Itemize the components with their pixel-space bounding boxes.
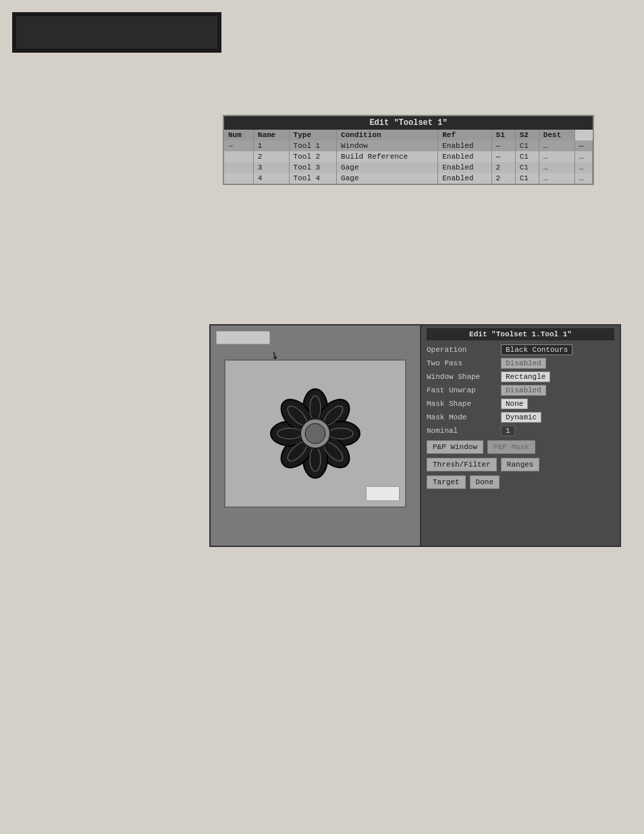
- image-box: [224, 359, 406, 508]
- nominal-value[interactable]: 1: [501, 425, 515, 436]
- buttons-row-3: Target Done: [427, 475, 614, 489]
- cell-arrow: [224, 151, 253, 162]
- tool-dialog-title: Edit "Toolset 1.Tool 1": [427, 328, 614, 340]
- thresh-filter-button[interactable]: Thresh/Filter: [427, 458, 497, 471]
- col-header-ref: Ref: [438, 130, 491, 140]
- toolset-table: Num Name Type Condition Ref S1 S2 Dest →…: [224, 130, 593, 184]
- cell-s1: C1: [515, 140, 539, 151]
- cell-dest: …: [574, 151, 592, 162]
- tool-controls-panel: Edit "Toolset 1.Tool 1" Operation Black …: [420, 325, 620, 546]
- buttons-row-2: Thresh/Filter Ranges: [427, 458, 614, 471]
- window-shape-label: Window Shape: [427, 373, 501, 381]
- mask-shape-row: Mask Shape None: [427, 398, 614, 409]
- cell-num: 2: [253, 151, 289, 162]
- top-banner-inner: [16, 16, 217, 49]
- cell-name: Tool 2: [289, 151, 337, 162]
- target-button[interactable]: Target: [427, 475, 466, 489]
- mask-shape-label: Mask Shape: [427, 400, 501, 408]
- cell-num: 3: [253, 162, 289, 173]
- cell-name: Tool 1: [289, 140, 337, 151]
- cell-condition: Enabled: [438, 173, 491, 184]
- tool-image-panel: ↘: [211, 325, 420, 546]
- toolset-table-container: Edit "Toolset 1" Num Name Type Condition…: [223, 115, 594, 185]
- operation-value[interactable]: Black Contours: [501, 344, 572, 355]
- cell-num: 4: [253, 173, 289, 184]
- two-pass-value[interactable]: Disabled: [501, 358, 546, 369]
- cell-name: Tool 4: [289, 173, 337, 184]
- mask-mode-label: Mask Mode: [427, 413, 501, 421]
- cell-type: Gage: [337, 173, 438, 184]
- cell-name: Tool 3: [289, 162, 337, 173]
- mask-mode-value[interactable]: Dynamic: [501, 412, 541, 423]
- svg-point-17: [305, 423, 325, 444]
- two-pass-label: Two Pass: [427, 359, 501, 367]
- image-top-bar: [216, 331, 270, 344]
- table-row[interactable]: 2 Tool 2 Build Reference Enabled — C1 … …: [224, 151, 593, 162]
- cell-arrow: →: [224, 140, 253, 151]
- cell-ref: —: [491, 151, 515, 162]
- fast-unwrap-label: Fast Unwrap: [427, 386, 501, 394]
- table-row[interactable]: 3 Tool 3 Gage Enabled 2 C1 … …: [224, 162, 593, 173]
- col-header-dest: Dest: [539, 130, 574, 140]
- pnp-window-button[interactable]: P&P Window: [427, 440, 483, 454]
- tool-dialog: ↘: [209, 324, 621, 547]
- cell-s1: C1: [515, 162, 539, 173]
- cell-arrow: [224, 162, 253, 173]
- col-header-type: Type: [289, 130, 337, 140]
- cell-condition: Enabled: [438, 151, 491, 162]
- window-shape-value[interactable]: Rectangle: [501, 371, 550, 382]
- cell-type: Build Reference: [337, 151, 438, 162]
- fast-unwrap-row: Fast Unwrap Disabled: [427, 385, 614, 396]
- table-row[interactable]: 4 Tool 4 Gage Enabled 2 C1 … …: [224, 173, 593, 184]
- nominal-row: Nominal 1: [427, 425, 614, 436]
- cell-s2: …: [539, 173, 574, 184]
- pnp-mask-button[interactable]: P&P Mask: [487, 440, 535, 454]
- mask-mode-row: Mask Mode Dynamic: [427, 412, 614, 423]
- cell-condition: Enabled: [438, 162, 491, 173]
- cell-s1: C1: [515, 151, 539, 162]
- toolset-title: Edit "Toolset 1": [224, 116, 593, 130]
- col-header-condition: Condition: [337, 130, 438, 140]
- done-button[interactable]: Done: [470, 475, 500, 489]
- cell-dest: …: [574, 162, 592, 173]
- cell-type: Window: [337, 140, 438, 151]
- top-banner: [12, 12, 221, 53]
- cell-s2: …: [539, 151, 574, 162]
- cell-ref: 2: [491, 162, 515, 173]
- cell-arrow: [224, 173, 253, 184]
- cell-condition: Enabled: [438, 140, 491, 151]
- window-shape-row: Window Shape Rectangle: [427, 371, 614, 382]
- cell-ref: 2: [491, 173, 515, 184]
- mask-shape-value[interactable]: None: [501, 398, 528, 409]
- corner-rect-overlay: [366, 486, 400, 501]
- col-header-name: Name: [253, 130, 289, 140]
- cell-num: 1: [253, 140, 289, 151]
- cell-s2: …: [539, 162, 574, 173]
- col-header-s2: S2: [515, 130, 539, 140]
- nominal-label: Nominal: [427, 427, 501, 435]
- cell-s1: C1: [515, 173, 539, 184]
- cell-type: Gage: [337, 162, 438, 173]
- cell-ref: —: [491, 140, 515, 151]
- operation-label: Operation: [427, 346, 501, 354]
- fast-unwrap-value[interactable]: Disabled: [501, 385, 546, 396]
- operation-row: Operation Black Contours: [427, 344, 614, 355]
- flower-image: [261, 380, 369, 488]
- cell-dest: …: [574, 173, 592, 184]
- table-row[interactable]: → 1 Tool 1 Window Enabled — C1 … —: [224, 140, 593, 151]
- col-header-num: Num: [224, 130, 253, 140]
- col-header-s1: S1: [491, 130, 515, 140]
- two-pass-row: Two Pass Disabled: [427, 358, 614, 369]
- buttons-row-1: P&P Window P&P Mask: [427, 440, 614, 454]
- ranges-button[interactable]: Ranges: [501, 458, 540, 471]
- cell-s2: …: [539, 140, 574, 151]
- cell-dest: —: [574, 140, 592, 151]
